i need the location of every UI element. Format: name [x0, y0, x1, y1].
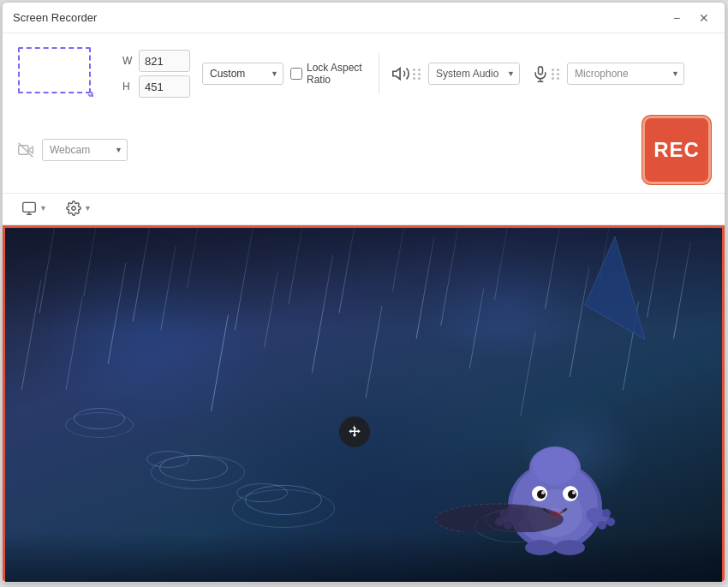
webcam-icon [16, 142, 35, 158]
main-window: Screen Recorder − ✕ W [2, 2, 725, 583]
rec-label: REC [653, 138, 700, 162]
height-label: H [122, 81, 134, 93]
speaker-grid-dots[interactable] [413, 69, 421, 80]
minimize-button[interactable]: − [666, 8, 687, 28]
speaker-icon [391, 64, 410, 83]
custom-dropdown-wrapper: Custom Full Screen 1920x1080 1280x720 85… [202, 63, 283, 85]
screen-capture-area [3, 225, 725, 583]
system-audio-group: System Audio No Audio ▼ [391, 63, 520, 85]
webcam-icon-group [16, 142, 35, 158]
svg-point-22 [572, 491, 576, 494]
height-row: H [122, 75, 190, 98]
region-handle [83, 87, 93, 97]
mic-grid-dots[interactable] [552, 69, 560, 80]
svg-rect-9 [23, 202, 36, 212]
region-box [18, 47, 91, 93]
svg-point-29 [602, 509, 611, 518]
display-button[interactable]: ▼ [16, 200, 52, 217]
title-bar-left: Screen Recorder [13, 11, 97, 24]
system-audio-dropdown-wrapper: System Audio No Audio ▼ [428, 63, 520, 85]
region-preview [16, 44, 110, 104]
window-title: Screen Recorder [13, 11, 97, 24]
dimensions-group: W H [122, 50, 190, 98]
height-input[interactable] [139, 75, 190, 98]
svg-rect-7 [19, 146, 28, 155]
svg-point-32 [525, 540, 556, 555]
lock-aspect-checkbox[interactable] [290, 68, 302, 80]
rain-scene-bg [5, 228, 722, 583]
settings-button[interactable]: ▼ [61, 199, 97, 218]
lock-aspect-inner: Lock Aspect Ratio [290, 62, 367, 87]
rec-button[interactable]: REC [642, 116, 711, 184]
microphone-group: Microphone Default Microphone No Microph… [532, 63, 684, 85]
separator-1 [379, 53, 379, 94]
move-cursor [339, 416, 370, 447]
svg-point-30 [606, 518, 615, 526]
svg-marker-13 [585, 237, 645, 339]
microphone-select[interactable]: Microphone Default Microphone No Microph… [567, 63, 684, 85]
system-audio-dropdown-group: System Audio No Audio ▼ [428, 63, 520, 85]
close-button[interactable]: ✕ [694, 8, 714, 28]
system-audio-select[interactable]: System Audio No Audio [428, 63, 520, 85]
svg-point-20 [568, 490, 576, 499]
width-input[interactable] [139, 50, 190, 72]
svg-point-31 [598, 521, 606, 530]
settings-dropdown-arrow: ▼ [84, 204, 92, 213]
svg-rect-4 [539, 67, 543, 75]
mic-icon-group [532, 64, 560, 83]
svg-point-35 [533, 447, 577, 485]
lock-aspect-label: Lock Aspect Ratio [307, 62, 367, 87]
webcam-dropdown-wrapper: Webcam No Webcam ▼ [42, 139, 128, 161]
lock-aspect-group: Lock Aspect Ratio [290, 62, 367, 87]
webcam-group: Webcam No Webcam ▼ [16, 139, 128, 161]
svg-point-33 [554, 540, 585, 555]
display-dropdown-arrow: ▼ [39, 204, 47, 213]
speaker-icon-group [391, 64, 421, 83]
rain-overlay [5, 228, 722, 583]
microphone-icon [532, 64, 549, 83]
custom-select[interactable]: Custom Full Screen 1920x1080 1280x720 85… [202, 63, 283, 85]
svg-point-36 [435, 504, 564, 532]
title-bar-controls: − ✕ [666, 8, 714, 28]
width-row: W [122, 50, 190, 72]
bottom-toolbar: ▼ ▼ [3, 194, 725, 225]
main-toolbar: W H Custom Full Screen 1920x1080 1280x72… [3, 33, 725, 194]
svg-marker-3 [393, 69, 400, 80]
mic-dropdown-wrapper: Microphone Default Microphone No Microph… [567, 63, 684, 85]
svg-point-12 [72, 207, 76, 211]
webcam-select[interactable]: Webcam No Webcam [42, 139, 128, 161]
title-bar: Screen Recorder − ✕ [3, 3, 725, 33]
width-label: W [122, 55, 134, 67]
